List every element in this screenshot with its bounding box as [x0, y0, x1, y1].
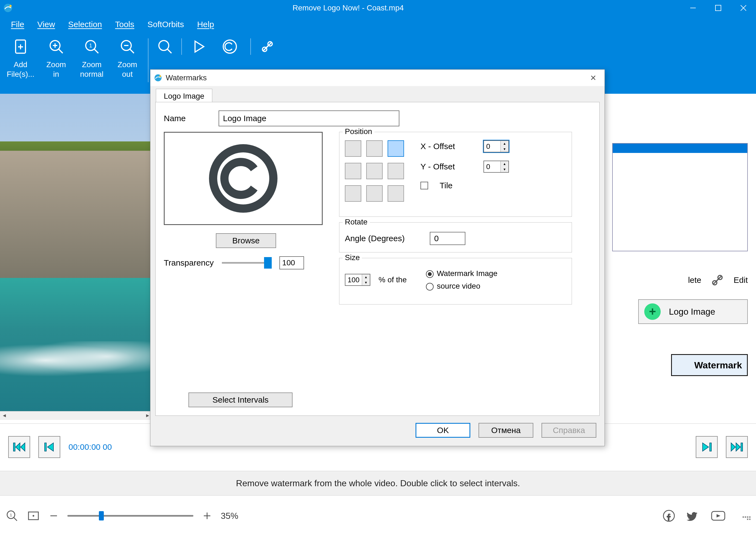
- maximize-button[interactable]: [706, 0, 731, 16]
- size-percent-down[interactable]: ▼: [362, 280, 370, 285]
- zoom-minus-icon[interactable]: [48, 510, 59, 521]
- svg-point-19: [159, 41, 169, 50]
- facebook-icon[interactable]: [662, 509, 675, 522]
- listbox-selected-row[interactable]: [613, 144, 747, 153]
- svg-marker-21: [195, 41, 204, 52]
- svg-line-20: [167, 49, 172, 53]
- y-offset-spinner[interactable]: ▲▼: [483, 161, 509, 173]
- pos-top-center[interactable]: [366, 140, 383, 157]
- youtube-icon[interactable]: [711, 509, 726, 522]
- pos-top-left[interactable]: [345, 140, 361, 157]
- name-input[interactable]: [219, 110, 399, 127]
- settings-button[interactable]: [254, 38, 281, 55]
- svg-line-10: [59, 49, 63, 53]
- zoom-slider-thumb[interactable]: [99, 511, 104, 521]
- menu-tools[interactable]: Tools: [115, 20, 134, 29]
- copyright-button[interactable]: [212, 38, 248, 55]
- size-percent-input[interactable]: [345, 274, 362, 285]
- transparency-slider-thumb[interactable]: [264, 257, 272, 268]
- cancel-button[interactable]: Отмена: [478, 423, 533, 438]
- dialog-titlebar: Watermarks ✕: [150, 70, 605, 86]
- transparency-label: Transparency: [164, 258, 214, 268]
- dialog-icon: [154, 73, 162, 82]
- transparency-slider[interactable]: [222, 262, 271, 264]
- svg-marker-35: [47, 443, 53, 451]
- menu-view[interactable]: View: [37, 20, 55, 29]
- logo-image-button[interactable]: + Logo Image: [638, 299, 748, 324]
- resize-grip[interactable]: [742, 512, 750, 520]
- tab-logo-image[interactable]: Logo Image: [156, 89, 212, 103]
- zoom-plus-icon[interactable]: [202, 510, 213, 521]
- delete-label[interactable]: lete: [688, 275, 701, 285]
- tile-checkbox[interactable]: [420, 182, 428, 189]
- zoom-slider[interactable]: [68, 515, 193, 517]
- rewind-start-button[interactable]: [8, 436, 30, 458]
- dialog-close-button[interactable]: ✕: [585, 73, 601, 82]
- pos-bot-right[interactable]: [388, 185, 404, 202]
- menu-softorbits[interactable]: SoftOrbits: [148, 20, 184, 29]
- select-intervals-button[interactable]: Select Intervals: [188, 392, 292, 407]
- browse-button[interactable]: Browse: [216, 233, 276, 248]
- scroll-left-arrow[interactable]: ◄: [0, 412, 9, 420]
- minimize-button[interactable]: [680, 0, 706, 16]
- watermark-button[interactable]: Watermark: [671, 354, 748, 376]
- pos-top-right[interactable]: [388, 140, 404, 157]
- svg-line-14: [94, 49, 98, 53]
- radio-source-video[interactable]: [426, 283, 434, 291]
- step-back-button[interactable]: [38, 436, 60, 458]
- svg-marker-33: [20, 443, 25, 451]
- y-offset-up[interactable]: ▲: [501, 161, 508, 167]
- pos-bot-left[interactable]: [345, 185, 361, 202]
- size-legend: Size: [343, 253, 362, 262]
- watermark-listbox[interactable]: [612, 143, 748, 251]
- svg-marker-39: [736, 443, 741, 451]
- pos-bot-center[interactable]: [366, 185, 383, 202]
- svg-line-17: [130, 49, 134, 53]
- x-offset-up[interactable]: ▲: [501, 141, 508, 146]
- menu-file[interactable]: File: [11, 20, 24, 29]
- help-button[interactable]: Справка: [542, 423, 596, 438]
- toolbar-separator: [250, 38, 251, 55]
- ok-button[interactable]: OK: [416, 423, 470, 438]
- svg-line-30: [714, 279, 718, 284]
- svg-marker-38: [731, 443, 736, 451]
- zoom-out-button[interactable]: Zoom out: [110, 38, 145, 79]
- menubar: File View Selection Tools SoftOrbits Hel…: [0, 16, 756, 33]
- twitter-icon[interactable]: [687, 509, 700, 522]
- horizontal-scrollbar[interactable]: ◄ ►: [0, 411, 152, 420]
- x-offset-input[interactable]: [484, 141, 500, 152]
- video-preview[interactable]: [0, 94, 152, 411]
- menu-help[interactable]: Help: [197, 20, 214, 29]
- play-button[interactable]: [185, 38, 212, 55]
- close-button[interactable]: [731, 0, 756, 16]
- transparency-input[interactable]: [280, 256, 304, 269]
- app-icon: [0, 0, 16, 16]
- menu-selection[interactable]: Selection: [68, 20, 102, 29]
- forward-end-button[interactable]: [726, 436, 748, 458]
- size-percent-spinner[interactable]: ▲▼: [345, 274, 370, 286]
- zoom-100-icon[interactable]: 1: [6, 509, 19, 522]
- svg-line-26: [263, 45, 268, 50]
- step-forward-button[interactable]: [696, 436, 718, 458]
- size-percent-up[interactable]: ▲: [362, 274, 370, 280]
- edit-label[interactable]: Edit: [734, 275, 748, 285]
- x-offset-down[interactable]: ▼: [501, 146, 508, 152]
- pos-mid-right[interactable]: [388, 163, 404, 179]
- zoom-normal-button[interactable]: 1 Zoom normal: [74, 38, 110, 79]
- pos-mid-center[interactable]: [366, 163, 383, 179]
- position-grid[interactable]: [345, 140, 404, 202]
- svg-marker-32: [15, 443, 20, 451]
- zoom-in-label: Zoom in: [46, 60, 66, 79]
- fit-screen-icon[interactable]: [27, 509, 40, 522]
- zoom-out-label: Zoom out: [118, 60, 137, 79]
- radio-watermark-image[interactable]: [426, 270, 434, 278]
- zoom-in-button[interactable]: Zoom in: [38, 38, 74, 79]
- pos-mid-left[interactable]: [345, 163, 361, 179]
- y-offset-down[interactable]: ▼: [501, 167, 508, 172]
- find-button[interactable]: [151, 38, 178, 55]
- add-files-button[interactable]: Add File(s)...: [3, 38, 38, 79]
- name-label: Name: [164, 114, 210, 123]
- angle-input[interactable]: [430, 232, 465, 245]
- y-offset-input[interactable]: [484, 161, 500, 172]
- x-offset-spinner[interactable]: ▲▼: [483, 140, 509, 153]
